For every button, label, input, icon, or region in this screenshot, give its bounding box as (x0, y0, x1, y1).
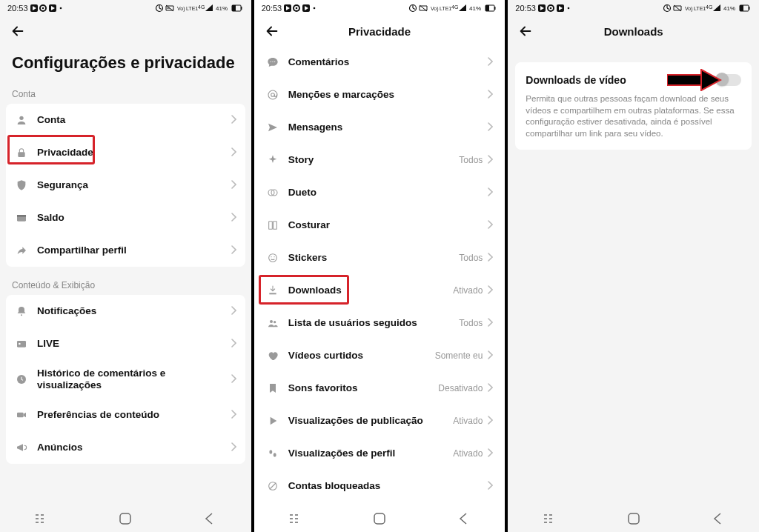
row-label: Vídeos curtidos (288, 350, 435, 362)
duet-icon (266, 186, 279, 199)
at-icon (266, 88, 279, 102)
nav-back[interactable] (448, 512, 478, 525)
chevron-right-icon (487, 153, 493, 167)
row-value: Todos (459, 318, 483, 328)
svg-rect-55 (485, 5, 489, 11)
row-contas-bloqueadas[interactable]: Contas bloqueadas (254, 470, 506, 502)
svg-rect-65 (273, 222, 276, 230)
chevron-right-icon (487, 219, 493, 232)
svg-point-7 (59, 7, 62, 10)
row-notificacoes[interactable]: Notificações (6, 295, 245, 327)
row-value: Ativado (453, 448, 483, 459)
svg-rect-36 (120, 513, 130, 524)
svg-line-47 (413, 8, 415, 10)
row-value: Todos (459, 155, 483, 165)
svg-point-26 (19, 343, 21, 345)
svg-text:41%: 41% (723, 5, 735, 12)
svg-marker-15 (205, 4, 213, 11)
block-icon (266, 479, 279, 493)
status-right-icons: Vo) LTE1 4G 41% (663, 4, 752, 13)
chevron-right-icon (487, 251, 493, 265)
status-bar: 20:53 Vo) LTE1 4G 41% (0, 0, 251, 16)
row-costurar[interactable]: Costurar (254, 209, 506, 242)
share-icon (15, 244, 28, 257)
row-label: Visualizações de publicação (288, 415, 454, 427)
row-comentarios[interactable]: Comentários (254, 46, 506, 79)
row-mencoes-e-marcacoes[interactable]: Menções e marcações (254, 79, 506, 111)
row-label: Comentários (288, 56, 488, 68)
chevron-right-icon (231, 146, 236, 159)
row-label: Menções e marcações (288, 89, 488, 101)
android-navbar (254, 505, 506, 532)
row-value: Ativado (453, 416, 483, 426)
nav-back[interactable] (703, 512, 732, 525)
back-button[interactable] (263, 22, 281, 40)
video-downloads-toggle[interactable] (716, 74, 741, 86)
chevron-right-icon (487, 56, 493, 69)
row-label: Compartilhar perfil (37, 245, 231, 256)
row-label: Downloads (288, 285, 454, 296)
row-dueto[interactable]: Dueto (254, 176, 506, 209)
svg-rect-69 (269, 293, 276, 294)
row-label: Saldo (37, 212, 231, 224)
row-story[interactable]: StoryTodos (254, 144, 506, 176)
back-button[interactable] (517, 22, 534, 40)
nav-home[interactable] (110, 512, 140, 525)
svg-text:41%: 41% (469, 5, 481, 12)
row-visualizacoes-de-perfil[interactable]: Visualizações de perfilAtivado (254, 437, 506, 470)
sparkle-icon (266, 153, 279, 167)
row-conta[interactable]: Conta (6, 104, 245, 136)
row-lista-de-usuarios-seguidos[interactable]: Lista de usuários seguidosTodos (254, 307, 506, 339)
nav-home[interactable] (619, 512, 649, 525)
svg-rect-112 (629, 513, 639, 524)
svg-point-57 (270, 61, 271, 62)
row-live[interactable]: LIVE (6, 327, 245, 360)
row-preferencias-de-conteudo[interactable]: Preferências de conteúdo (6, 399, 245, 431)
chevron-right-icon (487, 479, 493, 493)
svg-rect-56 (494, 7, 496, 10)
page-title: Configurações e privacidade (0, 46, 251, 83)
row-value: Desativado (438, 383, 483, 393)
row-label: LIVE (37, 338, 231, 350)
svg-point-66 (268, 254, 276, 262)
status-left-icons (538, 4, 577, 13)
card-conteudo: NotificaçõesLIVEHistórico de comentários… (6, 295, 245, 464)
nav-home[interactable] (365, 512, 394, 525)
header: Downloads (508, 16, 759, 46)
sticker-icon (266, 251, 279, 265)
nav-back[interactable] (194, 512, 224, 525)
nav-recent[interactable] (281, 513, 311, 524)
svg-text:4G: 4G (451, 4, 458, 10)
row-historico-de-comentarios-e-visualizacoes[interactable]: Histórico de comentários e visualizações (6, 360, 245, 399)
section-label-conta: Conta (0, 83, 251, 104)
svg-text:LTE1: LTE1 (440, 6, 451, 11)
row-label: Costurar (288, 219, 488, 231)
comment-icon (266, 56, 279, 69)
row-mensagens[interactable]: Mensagens (254, 111, 506, 144)
status-left-icons (284, 4, 322, 13)
row-saldo[interactable]: Saldo (6, 202, 245, 234)
row-seguranca[interactable]: Segurança (6, 169, 245, 202)
row-stickers[interactable]: StickersTodos (254, 242, 506, 274)
row-anuncios[interactable]: Anúncios (6, 431, 245, 464)
row-downloads[interactable]: DownloadsAtivado (254, 274, 506, 307)
status-time: 20:53 (262, 4, 282, 13)
row-label: Lista de usuários seguidos (288, 317, 460, 329)
nav-recent[interactable] (27, 513, 56, 524)
header: Privacidade (254, 16, 506, 46)
row-privacidade[interactable]: Privacidade (6, 136, 245, 169)
lock-icon (15, 146, 28, 159)
back-button[interactable] (9, 22, 27, 40)
row-sons-favoritos[interactable]: Sons favoritosDesativado (254, 372, 506, 405)
svg-rect-19 (241, 7, 242, 10)
row-visualizacoes-de-publicacao[interactable]: Visualizações de publicaçãoAtivado (254, 405, 506, 437)
svg-marker-99 (713, 4, 720, 11)
row-videos-curtidos[interactable]: Vídeos curtidosSomente eu (254, 339, 506, 372)
screen-settings: 20:53 Vo) LTE1 4G 41% (0, 0, 251, 532)
svg-marker-72 (270, 417, 276, 425)
status-right-icons: Vo) LTE1 4G 41% (408, 4, 497, 13)
arrow-left-icon (10, 23, 26, 39)
row-compartilhar-perfil[interactable]: Compartilhar perfil (6, 234, 245, 267)
nav-recent[interactable] (535, 513, 565, 524)
chevron-right-icon (487, 349, 493, 362)
